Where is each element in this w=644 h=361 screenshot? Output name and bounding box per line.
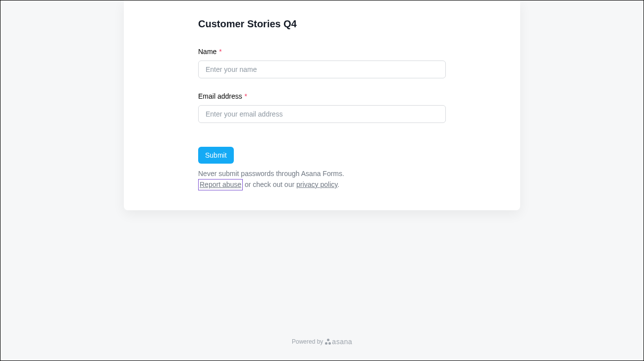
required-indicator: * [245,92,247,100]
asana-logo-icon [325,339,331,345]
report-abuse-link[interactable]: Report abuse [198,179,243,190]
footer: Powered by asana [0,338,644,346]
form-card: Customer Stories Q4 Name * Email address… [124,0,520,210]
submit-button[interactable]: Submit [198,147,234,164]
email-label: Email address * [198,92,446,100]
disclaimer-line2: Report abuse or check out our privacy po… [198,179,446,190]
name-input[interactable] [198,60,446,78]
required-indicator: * [219,48,221,56]
form-title: Customer Stories Q4 [198,18,446,30]
disclaimer: Never submit passwords through Asana For… [198,169,446,190]
powered-by-text: Powered by [292,338,323,345]
asana-logo-text: asana [332,338,352,346]
disclaimer-middle: or check out our [243,180,296,188]
name-label-text: Name [198,48,216,56]
disclaimer-end: . [337,180,339,188]
asana-logo: asana [325,338,352,346]
name-label: Name * [198,48,446,56]
email-label-text: Email address [198,92,242,100]
field-name: Name * [198,48,446,78]
disclaimer-line1: Never submit passwords through Asana For… [198,169,446,179]
privacy-policy-link[interactable]: privacy policy [296,180,337,188]
email-field[interactable] [198,105,446,123]
field-email: Email address * [198,92,446,123]
